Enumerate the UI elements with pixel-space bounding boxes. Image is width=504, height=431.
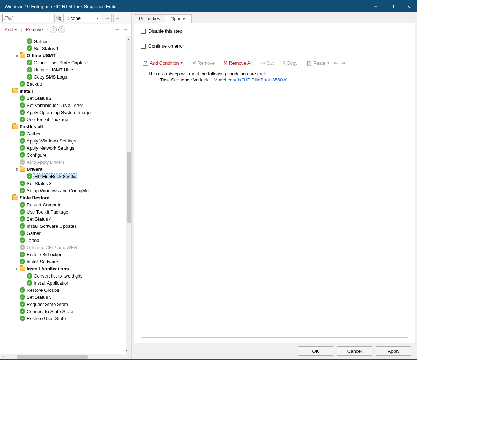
- maximize-button[interactable]: [384, 1, 400, 12]
- collapse-icon[interactable]: ⊟: [15, 167, 20, 172]
- cond-cut-button[interactable]: ✂ Cut: [259, 60, 276, 66]
- move-down-button[interactable]: ˅: [58, 26, 65, 33]
- tree-item[interactable]: Set Variable for Drive Letter: [1, 102, 125, 109]
- tree-item[interactable]: Set Status 4: [1, 215, 125, 222]
- tree-item[interactable]: Auto Apply Drivers: [1, 158, 125, 166]
- disable-step-label: Disable this step: [148, 28, 182, 34]
- chevron-down-icon: ▾: [97, 16, 99, 20]
- indent-icon[interactable]: ⇥: [122, 27, 128, 33]
- tree-item[interactable]: ⊟Drivers: [1, 166, 125, 173]
- tab-options[interactable]: Options: [165, 14, 192, 23]
- tree-item-label: Set Variable for Drive Letter: [27, 103, 83, 108]
- find-clear-icon[interactable]: x: [58, 16, 62, 21]
- check-icon: [20, 81, 25, 87]
- tree-item[interactable]: Copy SMS Logs: [1, 73, 125, 80]
- scroll-left-icon[interactable]: ◂: [0, 354, 6, 359]
- tree-item[interactable]: Enable BitLocker: [1, 251, 125, 258]
- tree-item[interactable]: Setup Windows and ConfigMgr: [1, 187, 125, 194]
- tree-item[interactable]: Gather: [1, 38, 125, 45]
- collapse-icon[interactable]: ⊟: [15, 53, 20, 58]
- condition-prefix: Task Sequence Variable: [160, 77, 210, 82]
- scroll-thumb-h[interactable]: [17, 355, 88, 359]
- tree-item[interactable]: Opt In to CEIP and WER: [1, 244, 125, 251]
- tree-item[interactable]: Apply Windows Settings: [1, 137, 125, 144]
- tree-item[interactable]: Set Status 1: [1, 45, 125, 52]
- move-up-button[interactable]: ˄: [50, 26, 57, 33]
- continue-on-error-checkbox[interactable]: [141, 44, 146, 49]
- check-icon: [20, 308, 25, 314]
- tree-item-label: Install: [20, 88, 33, 94]
- check-icon: [20, 287, 25, 293]
- tree-item[interactable]: Restore Groups: [1, 286, 125, 293]
- nav-back-button[interactable]: ←: [103, 14, 112, 22]
- find-box[interactable]: x: [2, 14, 53, 22]
- tree-item[interactable]: Tattoo: [1, 237, 125, 244]
- tree-item[interactable]: Set Status 2: [1, 95, 125, 102]
- tree-item[interactable]: Gather: [1, 130, 125, 137]
- tree-item[interactable]: HP EliteBook 8560w: [1, 173, 125, 180]
- tree-item[interactable]: Set Status 5: [1, 293, 125, 301]
- find-input[interactable]: [4, 16, 58, 21]
- tree-item[interactable]: Install Application: [1, 279, 125, 286]
- disable-step-checkbox[interactable]: [141, 29, 146, 34]
- minimize-button[interactable]: [367, 1, 384, 12]
- cond-remove-button[interactable]: ✕ Remove: [190, 60, 217, 66]
- tree-item[interactable]: Request State Store: [1, 301, 125, 308]
- folder-icon: [12, 195, 18, 200]
- content: x 🔍 Scope ▾ ← → Add ▼ | Remove | ˄: [0, 12, 417, 359]
- close-button[interactable]: [400, 1, 416, 12]
- ok-button[interactable]: OK: [298, 346, 333, 356]
- condition-link[interactable]: Model equals "HP EliteBook 8560w": [214, 77, 287, 82]
- cond-remove-all-button[interactable]: ✕ Remove All: [221, 60, 254, 66]
- collapse-icon[interactable]: ⊟: [15, 266, 20, 271]
- tree-item[interactable]: ⊟Offline USMT: [1, 52, 125, 59]
- tree-item[interactable]: Gather: [1, 230, 125, 237]
- tree-item[interactable]: Convert list to two digits: [1, 272, 125, 279]
- tree-item[interactable]: Backup: [1, 80, 125, 87]
- check-icon: [20, 202, 25, 208]
- continue-on-error-label: Continue on error: [148, 43, 184, 49]
- horizontal-scrollbar[interactable]: ◂ ▸: [0, 354, 131, 359]
- tree-item[interactable]: Restore User State: [1, 315, 125, 322]
- tree-item[interactable]: ⊟Install Applications: [1, 265, 125, 272]
- tree-item[interactable]: Install Software: [1, 258, 125, 265]
- tree-item[interactable]: PostInstall: [1, 123, 125, 130]
- task-sequence-tree[interactable]: GatherSet Status 1⊟Offline USMTOffline U…: [0, 36, 126, 354]
- tree-item[interactable]: Set Status 3: [1, 180, 125, 187]
- nav-forward-button[interactable]: →: [113, 14, 122, 22]
- cond-copy-button[interactable]: ⎘ Copy: [280, 60, 300, 66]
- tree-item[interactable]: Apply Network Settings: [1, 144, 125, 151]
- tree-item[interactable]: Install: [1, 87, 125, 95]
- tree-item[interactable]: State Restore: [1, 194, 125, 201]
- scroll-down-icon[interactable]: ▾: [126, 348, 128, 354]
- tree-item[interactable]: Offline User State Capture: [1, 59, 125, 66]
- scope-dropdown[interactable]: Scope ▾: [65, 14, 101, 22]
- add-condition-button[interactable]: ? Add Condition ▼: [141, 59, 186, 66]
- outdent-icon[interactable]: ⇤: [114, 27, 121, 33]
- remove-button[interactable]: Remove: [24, 26, 44, 33]
- scroll-right-icon[interactable]: ▸: [126, 354, 131, 359]
- tree-item[interactable]: Apply Operating System Image: [1, 109, 125, 116]
- outdent-icon[interactable]: ⇤: [333, 60, 339, 66]
- apply-button[interactable]: Apply: [376, 346, 411, 356]
- indent-icon[interactable]: ⇥: [340, 60, 346, 66]
- condition-row[interactable]: ···· Task Sequence Variable Model equals…: [144, 77, 404, 82]
- tree-item-label: HP EliteBook 8560w: [34, 174, 77, 179]
- tree-item-label: Set Status 4: [27, 216, 52, 222]
- vertical-scrollbar[interactable]: ▴ ▾: [126, 36, 131, 354]
- tree-item[interactable]: Unload USMT Hive: [1, 66, 125, 73]
- cond-paste-button[interactable]: 📋 Paste ▼: [304, 60, 332, 66]
- tree-item[interactable]: Use Toolkit Package: [1, 208, 125, 215]
- tree-item[interactable]: Configure: [1, 151, 125, 158]
- tree-item[interactable]: Restart Computer: [1, 201, 125, 208]
- folder-icon: [20, 53, 25, 58]
- tree-item[interactable]: Use Toolkit Package: [1, 116, 125, 123]
- cancel-button[interactable]: Cancel: [337, 346, 372, 356]
- tree-item[interactable]: Connect to State Store: [1, 308, 125, 315]
- add-button[interactable]: Add ▼: [3, 26, 19, 33]
- scroll-thumb[interactable]: [127, 152, 131, 223]
- scroll-up-icon[interactable]: ▴: [126, 36, 131, 42]
- tree-item[interactable]: Install Software Updates: [1, 222, 125, 230]
- check-icon: [20, 152, 25, 158]
- tab-properties[interactable]: Properties: [134, 14, 165, 23]
